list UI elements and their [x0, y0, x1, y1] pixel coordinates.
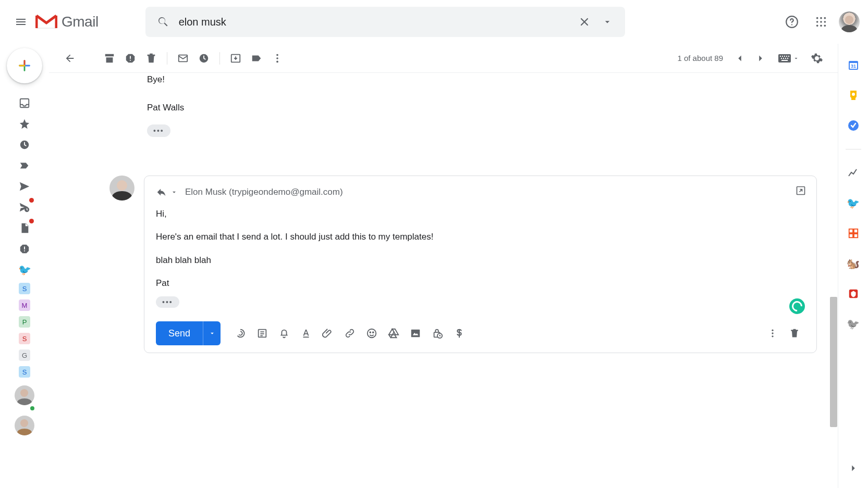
drive-button[interactable]	[383, 323, 404, 344]
gmail-m-icon	[35, 14, 57, 30]
svg-rect-17	[130, 59, 131, 60]
compose-reply-block: Elon Musk (trypigeondemo@gmail.com) Hi, …	[49, 176, 838, 353]
back-button[interactable]	[59, 48, 80, 69]
compose-body[interactable]: Hi, Here's an email that I send a lot. I…	[156, 207, 805, 290]
send-options-button[interactable]	[203, 321, 221, 345]
main-column: 1 of about 89 Bye! Pat Walls •••	[49, 44, 838, 488]
mail-icon	[177, 53, 189, 64]
account-avatar[interactable]	[839, 11, 860, 32]
hamburger-icon	[15, 16, 27, 28]
insert-photo-button[interactable]	[405, 323, 426, 344]
scrollbar-thumb[interactable]	[830, 297, 837, 427]
svg-rect-56	[853, 229, 857, 233]
addon-squirrel[interactable]: 🐿️	[847, 257, 860, 270]
report-icon	[125, 53, 136, 64]
grammarly-button[interactable]	[789, 298, 805, 314]
expand-panel-button[interactable]	[844, 459, 863, 478]
labels-button[interactable]	[246, 48, 267, 69]
svg-rect-16	[130, 56, 131, 59]
pigeon-button[interactable]	[230, 323, 251, 344]
sidebar-sent[interactable]	[16, 178, 33, 195]
sidebar-starred[interactable]	[16, 116, 33, 132]
report-spam-button[interactable]	[120, 48, 141, 69]
svg-rect-58	[853, 234, 857, 237]
sidebar-spam[interactable]	[16, 241, 33, 257]
gmail-logo-text: Gmail	[62, 14, 99, 30]
input-tools-button[interactable]	[778, 54, 799, 62]
reminder-button[interactable]	[274, 323, 295, 344]
keep-addon[interactable]	[847, 89, 860, 102]
header: Gmail	[0, 0, 868, 44]
settings-button[interactable]	[806, 48, 827, 69]
next-page-button[interactable]	[750, 48, 771, 69]
search-icon[interactable]	[152, 10, 175, 33]
gmail-logo[interactable]: Gmail	[35, 14, 99, 30]
prev-page-button[interactable]	[729, 48, 750, 69]
compose-show-trimmed-button[interactable]: •••	[156, 296, 179, 308]
support-button[interactable]	[780, 10, 803, 33]
svg-point-10	[824, 25, 826, 27]
tasks-addon[interactable]	[847, 119, 860, 132]
gear-icon	[811, 52, 823, 65]
search-box[interactable]	[145, 7, 625, 37]
addon-red[interactable]	[847, 287, 860, 301]
chevron-down-icon	[602, 17, 613, 27]
sidebar-label-1[interactable]: S	[19, 283, 30, 294]
sidebar-label-5[interactable]: G	[19, 349, 30, 361]
compose-line: Pat	[156, 277, 805, 290]
presence-indicator	[29, 405, 35, 411]
attach-button[interactable]	[317, 323, 338, 344]
sidebar-important[interactable]	[16, 157, 33, 174]
snooze-button[interactable]	[193, 48, 214, 69]
compose-to-row: Elon Musk (trypigeondemo@gmail.com)	[156, 186, 805, 198]
emoji-icon	[366, 328, 377, 339]
send-button[interactable]: Send	[156, 321, 203, 345]
sidebar-pigeon[interactable]: 🐦	[16, 261, 33, 278]
sidebar-label-4[interactable]: S	[19, 333, 30, 344]
calendar-addon[interactable]: 31	[847, 58, 860, 72]
addon-bird[interactable]: 🐦	[847, 196, 860, 210]
compose-button[interactable]	[7, 48, 42, 83]
mark-unread-button[interactable]	[173, 48, 193, 69]
sidebar-drafts[interactable]	[16, 220, 33, 236]
inbox-icon	[19, 97, 30, 109]
compose-recipient[interactable]: Elon Musk (trypigeondemo@gmail.com)	[185, 187, 343, 197]
insert-link-button[interactable]	[339, 323, 360, 344]
delete-button[interactable]	[141, 48, 162, 69]
confidential-button[interactable]	[427, 323, 448, 344]
show-trimmed-button[interactable]: •••	[147, 124, 170, 137]
send-group: Send	[156, 321, 221, 345]
keyboard-icon	[778, 54, 791, 62]
templates-button[interactable]	[252, 323, 273, 344]
main-menu-button[interactable]	[8, 9, 33, 34]
addon-analytics[interactable]	[847, 166, 860, 180]
hangouts-avatar-1[interactable]	[15, 385, 34, 405]
archive-button[interactable]	[99, 48, 120, 69]
move-to-button[interactable]	[225, 48, 246, 69]
more-actions-button[interactable]	[267, 48, 288, 69]
svg-rect-33	[787, 58, 788, 59]
pagination-count: 1 of about 89	[677, 54, 723, 62]
apps-button[interactable]	[810, 10, 833, 33]
hangouts-avatar-2[interactable]	[15, 416, 34, 435]
discard-button[interactable]	[784, 323, 805, 344]
clear-search-button[interactable]	[573, 10, 596, 33]
addon-grid[interactable]	[847, 227, 860, 240]
search-options-button[interactable]	[596, 10, 619, 33]
sidebar-label-3[interactable]: P	[19, 316, 30, 328]
addon-bird-2[interactable]: 🐦	[847, 317, 860, 331]
emoji-button[interactable]	[361, 323, 382, 344]
money-button[interactable]	[449, 323, 470, 344]
tasks-icon	[847, 119, 860, 132]
sidebar-scheduled[interactable]	[16, 199, 33, 216]
reply-type-button[interactable]	[156, 186, 178, 198]
compose-more-button[interactable]	[762, 323, 783, 344]
search-input[interactable]	[175, 16, 573, 28]
sidebar-label-2[interactable]: M	[19, 299, 30, 311]
sidebar-label-6[interactable]: S	[19, 366, 30, 378]
formatting-button[interactable]	[296, 323, 316, 344]
compose-sender-avatar[interactable]	[109, 176, 135, 201]
sidebar-inbox[interactable]	[16, 95, 33, 111]
popout-button[interactable]	[796, 185, 806, 196]
sidebar-snoozed[interactable]	[16, 136, 33, 153]
